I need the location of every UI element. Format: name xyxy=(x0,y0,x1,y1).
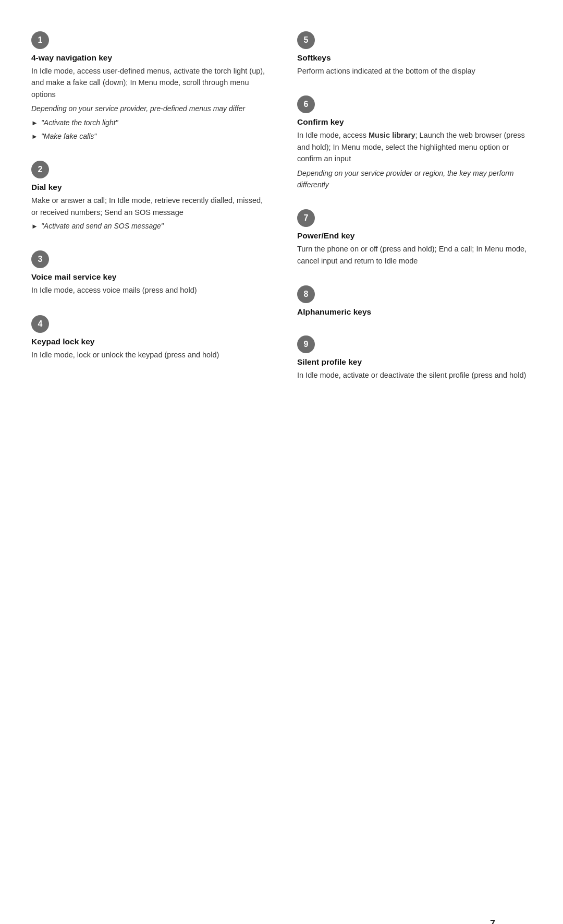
badge-2: 2 xyxy=(31,161,49,178)
two-column-layout: 1 4-way navigation key In Idle mode, acc… xyxy=(31,31,532,400)
entry-9: 9 Silent profile key In Idle mode, activ… xyxy=(297,335,532,381)
badge-4: 4 xyxy=(31,315,49,333)
title-4: Keypad lock key xyxy=(31,337,266,346)
entry-8: 8 Alphanumeric keys xyxy=(297,285,532,317)
title-5: Softkeys xyxy=(297,53,532,63)
bullet-text-2a: "Activate and send an SOS message" xyxy=(41,221,164,232)
entry-2: 2 Dial key Make or answer a call; In Idl… xyxy=(31,161,266,232)
badge-1: 1 xyxy=(31,31,49,49)
right-column: 5 Softkeys Perform actions indicated at … xyxy=(292,31,532,400)
body-5: Perform actions indicated at the bottom … xyxy=(297,65,532,77)
left-column: 1 4-way navigation key In Idle mode, acc… xyxy=(31,31,271,400)
italic-1: Depending on your service provider, pre-… xyxy=(31,103,266,115)
body-1: In Idle mode, access user-defined menus,… xyxy=(31,65,266,100)
title-7: Power/End key xyxy=(297,231,532,241)
bullet-text-1a: "Activate the torch light" xyxy=(41,117,118,128)
arrow-icon: ► xyxy=(31,221,38,232)
body-9: In Idle mode, activate or deactivate the… xyxy=(297,369,532,381)
page-wrapper: 1 4-way navigation key In Idle mode, acc… xyxy=(31,31,532,924)
bullet-1a: ► "Activate the torch light" xyxy=(31,117,266,128)
body-6-rich: In Idle mode, access Music library; Laun… xyxy=(297,129,532,164)
arrow-icon: ► xyxy=(31,131,38,142)
bullet-1b: ► "Make fake calls" xyxy=(31,131,266,142)
title-6: Confirm key xyxy=(297,117,532,127)
entry-4: 4 Keypad lock key In Idle mode, lock or … xyxy=(31,315,266,361)
body-7: Turn the phone on or off (press and hold… xyxy=(297,243,532,267)
entry-3: 3 Voice mail service key In Idle mode, a… xyxy=(31,250,266,296)
page-number: 7 xyxy=(490,918,495,924)
badge-6: 6 xyxy=(297,95,315,113)
italic-6: Depending on your service provider or re… xyxy=(297,168,532,190)
badge-3: 3 xyxy=(31,250,49,268)
badge-8: 8 xyxy=(297,285,315,303)
body-2: Make or answer a call; In Idle mode, ret… xyxy=(31,195,266,218)
entry-1: 1 4-way navigation key In Idle mode, acc… xyxy=(31,31,266,142)
badge-9: 9 xyxy=(297,335,315,353)
badge-7: 7 xyxy=(297,209,315,227)
body-3: In Idle mode, access voice mails (press … xyxy=(31,284,266,296)
title-9: Silent profile key xyxy=(297,357,532,367)
title-3: Voice mail service key xyxy=(31,272,266,282)
entry-7: 7 Power/End key Turn the phone on or off… xyxy=(297,209,532,267)
entry-5: 5 Softkeys Perform actions indicated at … xyxy=(297,31,532,77)
arrow-icon: ► xyxy=(31,118,38,128)
title-1: 4-way navigation key xyxy=(31,53,266,63)
title-2: Dial key xyxy=(31,183,266,192)
entry-6: 6 Confirm key In Idle mode, access Music… xyxy=(297,95,532,190)
title-8: Alphanumeric keys xyxy=(297,307,532,317)
body-4: In Idle mode, lock or unlock the keypad … xyxy=(31,349,266,361)
bold-music-library: Music library xyxy=(369,131,415,139)
bullet-text-1b: "Make fake calls" xyxy=(41,131,96,142)
badge-5: 5 xyxy=(297,31,315,49)
bullet-2a: ► "Activate and send an SOS message" xyxy=(31,221,266,232)
